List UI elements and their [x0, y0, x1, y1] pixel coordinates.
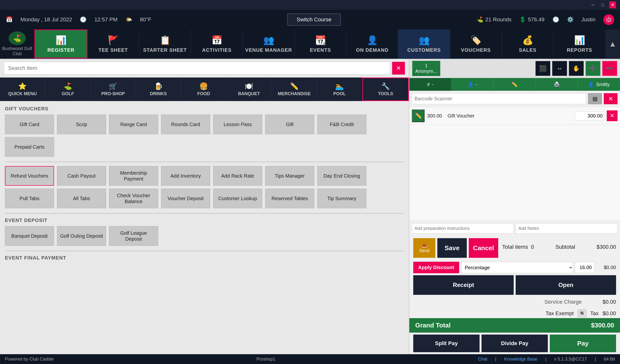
cat-tab-merchandise[interactable]: ✏️ MERCHANDISE: [272, 77, 317, 101]
transfer-icon-button[interactable]: ↔️: [552, 61, 567, 76]
split-pay-button[interactable]: Split Pay: [413, 335, 480, 352]
category-tabs: ⭐ QUICK MENU ⛳ GOLF 🛒 PRO-SHOP 🍺 DRINKS …: [0, 77, 409, 101]
cat-tab-pro-shop[interactable]: 🛒 PRO-SHOP: [91, 77, 136, 101]
receipt-button[interactable]: Receipt: [413, 275, 514, 295]
cat-tab-tools[interactable]: 🔧 TOOLS: [362, 77, 409, 101]
lesson-pass-button[interactable]: Lesson Pass: [213, 115, 262, 134]
chat-link[interactable]: Chat: [478, 357, 487, 362]
reports-icon: 📊: [574, 35, 585, 45]
day-end-closing-button[interactable]: Day End Closing: [317, 166, 366, 186]
all-tabs-button[interactable]: All Tabs: [57, 189, 106, 208]
cat-tab-food[interactable]: 🍔 FOOD: [181, 77, 226, 101]
maximize-button[interactable]: □: [599, 1, 606, 8]
barcode-close-button[interactable]: ✕: [604, 93, 618, 104]
reserved-tables-button[interactable]: Reserved Tables: [265, 189, 314, 208]
statusbar-right: Chat | Knowledge Base | v 5.1.3.5@CC17 |…: [478, 357, 615, 362]
range-card-button[interactable]: Range Card: [109, 115, 158, 134]
nav-tab-activities[interactable]: 📅 ACTIVITIES: [191, 29, 243, 58]
nav-tab-customers[interactable]: 👥 CUSTOMERS: [398, 29, 450, 58]
table-icon-button[interactable]: ⬛: [536, 61, 550, 76]
gift-card-button[interactable]: Gift Card: [5, 115, 54, 134]
cat-tab-golf[interactable]: ⛳ GOLF: [45, 77, 90, 101]
add-icon-button[interactable]: ➕: [586, 61, 600, 76]
nav-tab-starter-sheet[interactable]: 📋 STARTER SHEET: [139, 29, 191, 58]
knowledge-base-link[interactable]: Knowledge Base: [504, 357, 537, 362]
nav-tab-reports[interactable]: 📊 REPORTS: [554, 29, 605, 58]
search-clear-button[interactable]: ✕: [392, 62, 405, 74]
membership-payment-button[interactable]: Membership Payment: [109, 166, 158, 186]
date-display: Monday , 18 Jul 2022: [20, 16, 72, 23]
topbar-center: Switch Course: [161, 14, 467, 26]
gift-vouchers-grid: Gift Card Scrip Range Card Rounds Card L…: [5, 115, 404, 157]
item-edit-button[interactable]: ✏️: [412, 109, 425, 122]
tip-summary-button[interactable]: Tip Summary: [317, 189, 366, 208]
merchandise-icon: ✏️: [290, 82, 299, 90]
switch-course-button[interactable]: Switch Course: [287, 14, 341, 26]
add-notes-input[interactable]: [516, 223, 618, 234]
discount-value-input[interactable]: [575, 262, 594, 273]
power-button[interactable]: ⏻: [603, 14, 614, 25]
customer-badge: 1 Anonym...: [412, 61, 440, 76]
barcode-scan-button[interactable]: ▤: [588, 93, 602, 104]
check-voucher-balance-button[interactable]: Check Voucher Balance: [109, 189, 158, 208]
divide-pay-button[interactable]: Divide Pay: [481, 335, 548, 352]
minus-icon-button[interactable]: ➖: [602, 61, 617, 76]
pull-tabs-button[interactable]: Pull Tabs: [5, 189, 54, 208]
nav-tab-on-demand[interactable]: 👤 ON DEMAND: [346, 29, 398, 58]
item-price-input[interactable]: [575, 111, 604, 120]
cat-tab-drinks[interactable]: 🍺 DRINKS: [136, 77, 181, 101]
navtabs: ⛳ Bushwood Golf Club 📊 REGISTER 🚩 TEE SH…: [0, 29, 620, 59]
tips-manager-button[interactable]: Tips Manager: [265, 166, 314, 186]
add-inventory-button[interactable]: Add Inventory: [161, 166, 210, 186]
totals-area: Total items 0 Subtotal $300.00: [502, 244, 616, 252]
prep-instructions-input[interactable]: [412, 223, 514, 234]
search-input[interactable]: [4, 62, 390, 74]
nav-tab-events[interactable]: 📆 EVENTS: [295, 29, 346, 58]
section-title-gift-vouchers: GIFT VOUCHERS: [5, 106, 404, 112]
nav-tab-tee-sheet[interactable]: 🚩 TEE SHEET: [87, 29, 139, 58]
venue-manager-icon: 👥: [263, 35, 274, 45]
voucher-deposit-button[interactable]: Voucher Deposit: [161, 189, 210, 208]
refund-vouchers-button[interactable]: Refund Vouchers: [5, 166, 54, 186]
banquet-deposit-button[interactable]: Banquet Deposit: [5, 226, 54, 246]
nav-tab-sales[interactable]: 💰 SALES: [502, 29, 554, 58]
cat-tab-pool[interactable]: 🏊 POOL: [317, 77, 362, 101]
golf-league-deposit-button[interactable]: Golf League Deposit: [109, 226, 158, 246]
send-button[interactable]: 📤Send: [413, 238, 435, 258]
discount-type-select[interactable]: Percentage: [461, 262, 573, 273]
nav-tab-register[interactable]: 📊 REGISTER: [34, 29, 87, 58]
topbar: 📅 Monday , 18 Jul 2022 🕐 12:57 PM 🌤️ 80°…: [0, 10, 620, 29]
hand-icon-button[interactable]: ✋: [569, 61, 584, 76]
cancel-button[interactable]: Cancel: [469, 238, 498, 258]
topbar-right: ⛳ 21 Rounds 💲 576.49 🕐 ⚙️ Justin ⏻: [477, 14, 614, 25]
cat-tab-quick-menu[interactable]: ⭐ QUICK MENU: [0, 77, 45, 101]
gift-button[interactable]: Gift: [265, 115, 314, 134]
scrip-button[interactable]: Scrip: [57, 115, 106, 134]
item-space: [409, 125, 620, 220]
nav-scroll-button[interactable]: ▲: [605, 29, 620, 58]
add-rack-rate-button[interactable]: Add Rack Rate: [213, 166, 262, 186]
save-button[interactable]: Save: [437, 238, 467, 258]
golf-outing-deposit-button[interactable]: Golf Outing Deposit: [57, 226, 106, 246]
customer-lookup-button[interactable]: Customer Lookup: [213, 189, 262, 208]
apply-discount-button[interactable]: Apply Discount: [413, 262, 459, 273]
bit-label: 64 Bit: [604, 357, 615, 362]
item-delete-button[interactable]: ✕: [607, 110, 618, 121]
separator-1: [5, 162, 404, 162]
open-button[interactable]: Open: [516, 275, 616, 295]
minimize-button[interactable]: ─: [589, 1, 596, 8]
barcode-input[interactable]: [412, 93, 586, 104]
prepaid-carts-button[interactable]: Prepaid Carts: [5, 137, 54, 157]
gear-icon[interactable]: ⚙️: [567, 16, 574, 23]
cash-payout-button[interactable]: Cash Payout: [57, 166, 106, 186]
events-icon: 📆: [315, 35, 326, 45]
cat-tab-banquet[interactable]: 🍽️ BANQUET: [226, 77, 272, 101]
nav-tab-vouchers[interactable]: 🏷️ VOUCHERS: [450, 29, 502, 58]
rounds-display: ⛳ 21 Rounds: [477, 16, 512, 23]
nav-tab-venue-manager[interactable]: 👥 VENUE MANAGER: [243, 29, 295, 58]
pay-button[interactable]: Pay: [550, 335, 616, 352]
rounds-card-button[interactable]: Rounds Card: [161, 115, 210, 134]
close-button[interactable]: ✕: [609, 1, 616, 8]
logo-icon: ⛳: [9, 31, 26, 45]
fnb-credit-button[interactable]: F&B Credit: [317, 115, 366, 134]
